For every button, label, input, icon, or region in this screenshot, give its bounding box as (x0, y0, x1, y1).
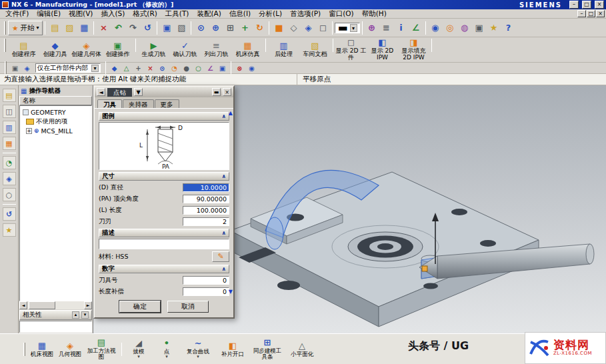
layer-settings-icon[interactable]: ≡ (379, 21, 394, 35)
snap-face-icon[interactable]: ▣ (217, 63, 228, 73)
show-filled-2d-ipw-button[interactable]: ◨ 显示填充 2D IPW (398, 39, 429, 61)
child-restore-button[interactable]: □ (587, 10, 595, 17)
menu-tools[interactable]: 工具(T) (161, 9, 193, 19)
section-dimensions[interactable]: 尺寸 ∧ (99, 172, 229, 181)
snap-intersection-icon[interactable]: × (145, 63, 156, 73)
menu-file[interactable]: 文件(F) (1, 9, 33, 19)
postprocess-button[interactable]: ▥ 后处理 (268, 39, 299, 61)
list-toolpath-button[interactable]: ≡ 列出刀轨 (201, 39, 232, 61)
draft-button[interactable]: ◢ 拔模 ▾ (125, 339, 152, 359)
panel-up-icon[interactable]: ▴ (72, 311, 79, 319)
dialog-drag-icon[interactable]: ▬ (212, 88, 221, 96)
show-2d-ipw-button[interactable]: ◧ 显示 2D IPW (367, 39, 398, 61)
material-library-icon[interactable]: ◎ (443, 21, 457, 35)
snap-point-icon[interactable]: ◉ (428, 21, 443, 35)
tree-item-geometry[interactable]: GEOMETRY (21, 107, 91, 117)
snap-tangent-icon[interactable]: ○ (193, 63, 204, 73)
scroll-right-icon[interactable]: ► (84, 301, 92, 309)
toolbar-grip[interactable] (23, 343, 25, 356)
flutes-field[interactable]: 2 (183, 217, 229, 226)
menu-preferences[interactable]: 首选项(P) (286, 9, 325, 19)
length-adjust-field[interactable]: 0 (183, 287, 229, 296)
ok-button[interactable]: 确定 (119, 301, 161, 313)
isometric-view-icon[interactable]: ◈ (301, 21, 315, 35)
snap-arc-center-icon[interactable]: ⊙ (157, 63, 168, 73)
dialog-menu-icon[interactable]: ▼ (134, 88, 143, 96)
dialog-scroll-down-icon[interactable]: ▼ (229, 289, 233, 295)
copy-icon[interactable]: ▣ (159, 21, 174, 35)
snap-control-point-icon[interactable]: + (133, 63, 144, 73)
scroll-track[interactable] (27, 301, 84, 309)
menu-information[interactable]: 信息(I) (225, 9, 255, 19)
section-numbers[interactable]: 数字 ∧ (99, 265, 229, 273)
restore-button[interactable]: □ (582, 1, 591, 9)
generate-toolpath-button[interactable]: ▶ 生成刀轨 (138, 39, 169, 61)
dialog-header[interactable]: ◄ 点钻 ▼ ▬ × (95, 87, 233, 97)
scroll-thumb[interactable] (29, 301, 55, 309)
start-menu-button[interactable]: ★ 开始 ▾ (8, 21, 43, 35)
tool-contact-marker[interactable] (422, 266, 427, 271)
synchronous-modeling-button[interactable]: ⊞ 同步建模工具条 (251, 338, 284, 360)
menu-analysis[interactable]: 分析(L) (255, 9, 286, 19)
collapse-icon[interactable]: ∧ (222, 266, 227, 272)
navigator-tree[interactable]: GEOMETRY 不使用的项 + ⊕ MCS_MILL (19, 105, 92, 301)
tool-dialog[interactable]: ◄ 点钻 ▼ ▬ × 刀具 夹持器 更多 ▲ ▼ 图例 ∧ (93, 85, 235, 319)
create-operation-button[interactable]: ▣ 创建操作 (102, 39, 133, 61)
role-icon[interactable]: ★ (487, 21, 501, 35)
machine-simulation-button[interactable]: ▦ 机床仿真 (232, 39, 263, 61)
line-width-dropdown[interactable]: ▬ ▾ (335, 23, 359, 33)
point-button[interactable]: • 点 ▾ (153, 339, 180, 359)
snap-quadrant-icon[interactable]: ◔ (169, 63, 180, 73)
horizontal-scrollbar[interactable]: ◄ ► (19, 301, 92, 309)
cancel-button[interactable]: 取消 (167, 301, 209, 313)
paste-icon[interactable]: ▧ (174, 21, 189, 35)
menu-window[interactable]: 窗口(O) (325, 9, 357, 19)
navigator-header[interactable]: ▦ 操作导航器 (19, 85, 93, 96)
shop-documentation-button[interactable]: ▧ 车间文档 (299, 39, 331, 61)
constraint-navigator-icon[interactable]: ◫ (3, 105, 16, 118)
information-icon[interactable]: i (394, 21, 409, 35)
visualization-icon[interactable]: ◍ (457, 21, 472, 35)
show-2d-workpiece-button[interactable]: ◻ 显示 2D 工件 (335, 39, 367, 61)
part-navigator-icon[interactable]: ▥ (3, 121, 16, 134)
section-description[interactable]: 描述 ∧ (99, 229, 229, 237)
menu-edit[interactable]: 编辑(E) (33, 9, 65, 19)
fit-view-icon[interactable]: ⊞ (223, 21, 237, 35)
zoom-icon[interactable]: ⊙ (193, 21, 208, 35)
undo-icon[interactable]: ↶ (111, 21, 125, 35)
snap-existing-point-icon[interactable]: ● (181, 63, 192, 73)
help-icon[interactable]: ? (501, 21, 516, 35)
menu-help[interactable]: 帮助(H) (358, 9, 391, 19)
tree-item-unused[interactable]: 不使用的项 (21, 117, 91, 126)
verify-toolpath-button[interactable]: ✓ 确认刀轨 (169, 39, 201, 61)
new-part-icon[interactable]: ▤ (47, 21, 62, 35)
snap-mid-point-icon[interactable]: △ (121, 63, 132, 73)
assembly-navigator-icon[interactable]: ▤ (3, 89, 16, 102)
close-button[interactable]: × (595, 1, 604, 9)
child-close-button[interactable]: × (596, 10, 605, 17)
material-edit-button[interactable]: ✎ (212, 251, 229, 262)
shaded-display-icon[interactable]: ■ (271, 21, 286, 35)
section-legend[interactable]: 图例 ∧ (99, 112, 229, 121)
selection-scope-dropdown[interactable]: 仅在工作部件内部 ▾ (35, 63, 101, 73)
pan-icon[interactable]: + (237, 21, 252, 35)
minimize-button[interactable]: – (569, 1, 579, 9)
method-view-button[interactable]: ▤ 加工方法视图 (85, 338, 118, 360)
reuse-library-icon[interactable]: ◔ (3, 156, 16, 169)
snap-end-point-icon[interactable]: ◆ (109, 63, 120, 73)
length-field[interactable]: 100.0000 (183, 206, 229, 215)
dialog-close-icon[interactable]: × (223, 88, 231, 96)
open-icon[interactable]: ▨ (62, 21, 77, 35)
snap-enable-icon[interactable]: ◉ (246, 63, 257, 73)
toolbar-grip[interactable] (4, 39, 6, 52)
tab-more[interactable]: 更多 (155, 99, 179, 108)
rotate-view-icon[interactable]: ↻ (252, 21, 267, 35)
expand-icon[interactable]: + (26, 128, 32, 134)
measure-icon[interactable]: ∠ (409, 21, 423, 35)
refresh-icon[interactable]: ↺ (140, 21, 155, 35)
composite-curve-button[interactable]: ~ 复合曲线 ▾ (181, 339, 215, 359)
save-icon[interactable]: ▦ (77, 21, 91, 35)
wireframe-display-icon[interactable]: ◇ (286, 21, 301, 35)
wcs-icon[interactable]: ⊕ (365, 21, 379, 35)
create-program-button[interactable]: ▤ 创建程序 (8, 39, 39, 61)
